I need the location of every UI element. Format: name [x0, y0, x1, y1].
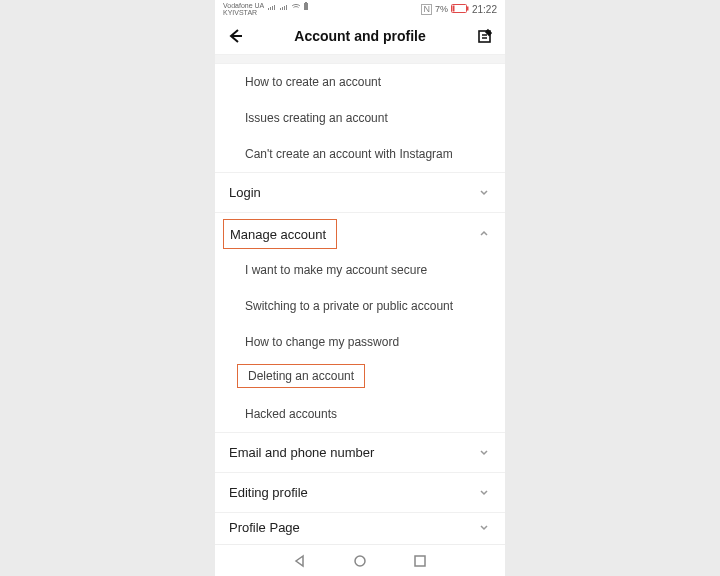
svg-point-6	[355, 556, 365, 566]
chevron-down-icon	[477, 446, 491, 460]
svg-rect-3	[452, 5, 454, 11]
svg-rect-7	[415, 556, 425, 566]
help-item-label: Switching to a private or public account	[245, 299, 453, 313]
battery-low-icon	[451, 4, 469, 15]
chevron-down-icon	[477, 186, 491, 200]
page-title: Account and profile	[294, 28, 425, 44]
help-item-secure-account[interactable]: I want to make my account secure	[215, 252, 505, 288]
app-header: Account and profile	[215, 18, 505, 54]
section-email-phone-label: Email and phone number	[229, 445, 374, 460]
help-item-label: Deleting an account	[248, 369, 354, 383]
section-profile-page-label: Profile Page	[229, 520, 300, 535]
android-nav-bar	[215, 544, 505, 576]
section-email-phone[interactable]: Email and phone number	[215, 432, 505, 472]
help-item-change-password[interactable]: How to change my password	[215, 324, 505, 360]
section-editing-profile-label: Editing profile	[229, 485, 308, 500]
back-icon[interactable]	[225, 26, 245, 46]
help-item-label: I want to make my account secure	[245, 263, 427, 277]
chevron-up-icon	[477, 226, 491, 240]
chevron-down-icon	[477, 486, 491, 500]
svg-rect-1	[305, 2, 307, 3]
status-signal-icons	[267, 2, 309, 11]
nav-back-icon[interactable]	[291, 552, 309, 570]
signal-icon-2	[279, 3, 289, 11]
help-item-hacked-accounts[interactable]: Hacked accounts	[215, 396, 505, 432]
wifi-icon	[291, 3, 301, 11]
battery-full-icon	[303, 2, 309, 11]
carrier-1: Vodafone UA	[223, 2, 264, 9]
section-login[interactable]: Login	[215, 172, 505, 212]
chevron-down-icon	[477, 521, 491, 535]
carrier-2: KYIVSTAR	[223, 9, 264, 16]
status-left: Vodafone UA KYIVSTAR	[223, 2, 309, 16]
help-item-private-public[interactable]: Switching to a private or public account	[215, 288, 505, 324]
svg-rect-0	[304, 3, 308, 10]
help-item-issues-creating[interactable]: Issues creating an account	[215, 100, 505, 136]
section-editing-profile[interactable]: Editing profile	[215, 472, 505, 512]
svg-rect-4	[467, 6, 469, 10]
clock: 21:22	[472, 4, 497, 15]
help-item-label: Can't create an account with Instagram	[245, 147, 453, 161]
help-item-cant-create-instagram[interactable]: Can't create an account with Instagram	[215, 136, 505, 172]
help-item-label: How to change my password	[245, 335, 399, 349]
battery-percent: 7%	[435, 4, 448, 14]
feedback-icon[interactable]	[475, 26, 495, 46]
nav-home-icon[interactable]	[351, 552, 369, 570]
help-item-label: How to create an account	[245, 75, 381, 89]
help-item-label: Hacked accounts	[245, 407, 337, 421]
help-item-label: Issues creating an account	[245, 111, 388, 125]
highlight-box-manage-account: Manage account	[223, 219, 337, 249]
highlight-box-deleting-account: Deleting an account	[237, 364, 365, 388]
help-item-deleting-account[interactable]: Deleting an account	[215, 360, 505, 396]
nav-recent-icon[interactable]	[411, 552, 429, 570]
carrier-names: Vodafone UA KYIVSTAR	[223, 2, 264, 16]
section-profile-page[interactable]: Profile Page	[215, 512, 505, 542]
section-login-label: Login	[229, 185, 261, 200]
signal-icon	[267, 3, 277, 11]
status-right: N 7% 21:22	[421, 4, 497, 15]
content-area: How to create an account Issues creating…	[215, 54, 505, 544]
nfc-icon: N	[421, 4, 432, 15]
section-manage-account-label: Manage account	[230, 227, 326, 242]
section-manage-account[interactable]: Manage account Manage account	[215, 212, 505, 252]
section-divider	[215, 54, 505, 64]
help-item-create-account[interactable]: How to create an account	[215, 64, 505, 100]
phone-frame: Vodafone UA KYIVSTAR N 7%	[215, 0, 505, 576]
status-bar: Vodafone UA KYIVSTAR N 7%	[215, 0, 505, 18]
